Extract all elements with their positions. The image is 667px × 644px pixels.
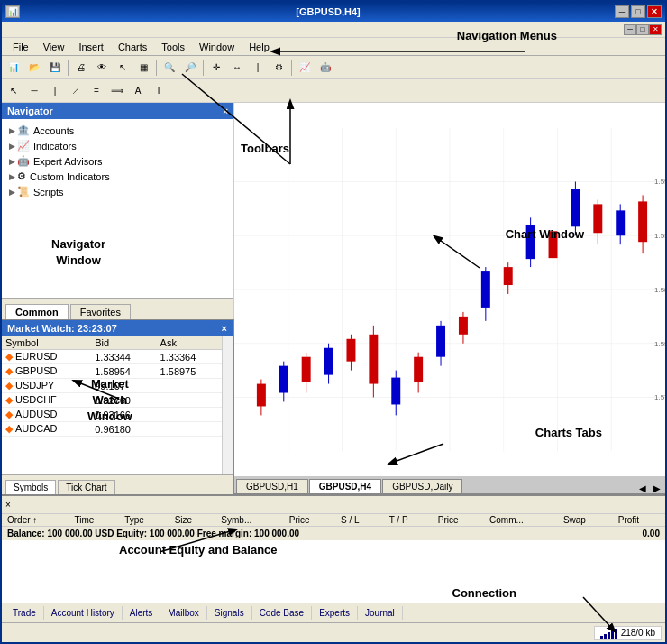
inner-close[interactable]: ✕ bbox=[649, 24, 662, 35]
term-tab-trade[interactable]: Trade bbox=[5, 606, 44, 620]
menu-charts[interactable]: Charts bbox=[111, 40, 154, 54]
balance-profit: 0.00 bbox=[613, 527, 665, 541]
mw-scrollbar[interactable] bbox=[222, 336, 233, 474]
toolbar-row-2: ↖ ─ | ⟋ = ⟹ A T bbox=[2, 79, 665, 103]
balance-text: Balance: 100 000.00 USD Equity: 100 000.… bbox=[2, 527, 558, 541]
hline-btn[interactable]: ─ bbox=[24, 81, 44, 101]
scroll-btn[interactable]: ↔ bbox=[227, 58, 247, 78]
cursor-btn[interactable]: ↖ bbox=[4, 81, 23, 101]
close-button[interactable]: ✕ bbox=[647, 5, 662, 18]
left-panel: Navigator × ▶ 🏦 Accounts ▶ 📈 Indicators bbox=[2, 103, 234, 494]
expand-indicators-icon: ▶ bbox=[9, 142, 15, 151]
menu-insert[interactable]: Insert bbox=[71, 40, 111, 54]
crosshair-btn[interactable]: ✛ bbox=[206, 58, 226, 78]
mw-ask: 1.58975 bbox=[157, 364, 222, 379]
sep4 bbox=[291, 60, 292, 76]
zoom-in-btn[interactable]: 🔍 bbox=[160, 58, 179, 78]
mw-symbol: ◆USDJPY bbox=[2, 379, 91, 393]
term-tab-experts[interactable]: Experts bbox=[312, 606, 358, 620]
chart-tab-gbpusd-daily[interactable]: GBPUSD,Daily bbox=[382, 479, 462, 493]
market-watch-title: Market Watch: 23:23:07 × bbox=[2, 320, 233, 336]
term-tab-codebase[interactable]: Code Base bbox=[252, 606, 312, 620]
print-btn[interactable]: 🖨 bbox=[71, 58, 91, 78]
svg-rect-47 bbox=[638, 201, 647, 242]
term-tab-alerts[interactable]: Alerts bbox=[123, 606, 161, 620]
save-btn[interactable]: 💾 bbox=[45, 58, 65, 78]
menu-view[interactable]: View bbox=[36, 40, 72, 54]
mw-tab-symbols[interactable]: Symbols bbox=[5, 480, 56, 494]
workspace: Navigator × ▶ 🏦 Accounts ▶ 📈 Indicators bbox=[2, 103, 665, 622]
sep2 bbox=[156, 60, 157, 76]
minimize-button[interactable]: ─ bbox=[615, 5, 629, 18]
nav-item-indicators[interactable]: ▶ 📈 Indicators bbox=[2, 138, 233, 153]
chart-scroll-left[interactable]: ◀ bbox=[636, 483, 649, 493]
new-chart-btn[interactable]: 📊 bbox=[4, 58, 23, 78]
annotation-nav-menus: Navigation Menus bbox=[457, 29, 557, 42]
inner-maximize[interactable]: □ bbox=[636, 24, 649, 35]
terminal-close-btn[interactable]: × bbox=[5, 500, 11, 510]
accounts-icon: 🏦 bbox=[17, 124, 30, 136]
term-tab-mailbox[interactable]: Mailbox bbox=[160, 606, 206, 620]
zoom-out-btn[interactable]: 🔎 bbox=[180, 58, 200, 78]
col-size: Size bbox=[169, 514, 216, 527]
text-btn[interactable]: A bbox=[128, 81, 148, 101]
label-btn[interactable]: T bbox=[149, 81, 169, 101]
navigator-close[interactable]: × bbox=[223, 106, 228, 116]
navigator-panel: Navigator × ▶ 🏦 Accounts ▶ 📈 Indicators bbox=[2, 103, 234, 319]
term-tab-journal[interactable]: Journal bbox=[358, 606, 403, 620]
nav-item-experts[interactable]: ▶ 🤖 Expert Advisors bbox=[2, 153, 233, 169]
chart-scroll-right[interactable]: ▶ bbox=[651, 483, 663, 493]
term-tab-history[interactable]: Account History bbox=[44, 606, 123, 620]
custom-icon: ⚙ bbox=[17, 170, 26, 182]
mw-col-symbol: Symbol bbox=[2, 336, 91, 350]
fib-btn[interactable]: ⟹ bbox=[107, 81, 127, 101]
tline-btn[interactable]: ⟋ bbox=[66, 81, 86, 101]
term-tab-signals[interactable]: Signals bbox=[207, 606, 252, 620]
nav-item-custom[interactable]: ▶ ⚙ Custom Indicators bbox=[2, 169, 233, 184]
menu-help[interactable]: Help bbox=[242, 40, 277, 54]
mw-tab-tick[interactable]: Tick Chart bbox=[58, 480, 114, 494]
open-btn[interactable]: 📂 bbox=[24, 58, 44, 78]
chart-tab-gbpusd-h4[interactable]: GBPUSD,H4 bbox=[309, 479, 381, 493]
chart-tab-gbpusd-h1[interactable]: GBPUSD,H1 bbox=[236, 479, 308, 493]
chart-type-btn[interactable]: ▦ bbox=[133, 58, 153, 78]
vline-btn[interactable]: | bbox=[45, 81, 65, 101]
svg-rect-43 bbox=[593, 204, 602, 233]
print-preview-btn[interactable]: 👁 bbox=[92, 58, 112, 78]
mw-close[interactable]: × bbox=[222, 323, 227, 334]
svg-text:1.5850: 1.5850 bbox=[654, 286, 665, 294]
terminal-table: Order ↑ Time Type Size Symb... Price S /… bbox=[2, 514, 665, 603]
indicators-btn[interactable]: 📈 bbox=[295, 58, 315, 78]
svg-rect-27 bbox=[414, 357, 423, 382]
mw-symbol: ◆GBPUSD bbox=[2, 364, 91, 379]
mw-ask bbox=[157, 408, 222, 422]
arrow-btn[interactable]: ↖ bbox=[113, 58, 132, 78]
main-window: 📊 [GBPUSD,H4] ─ □ ✕ ─ □ ✕ File View Inse… bbox=[0, 0, 667, 644]
period-sep-btn[interactable]: | bbox=[248, 58, 268, 78]
title-text: [GBPUSD,H4] bbox=[41, 6, 615, 17]
experts-btn[interactable]: 🤖 bbox=[315, 58, 335, 78]
maximize-button[interactable]: □ bbox=[631, 5, 645, 18]
inner-minimize[interactable]: ─ bbox=[624, 24, 636, 35]
nav-item-scripts[interactable]: ▶ 📜 Scripts bbox=[2, 184, 233, 199]
connection-text: 218/0 kb bbox=[621, 628, 655, 638]
annotation-charts-tabs: Charts Tabs bbox=[535, 426, 602, 439]
menu-file[interactable]: File bbox=[5, 40, 36, 54]
templates-btn[interactable]: ⚙ bbox=[269, 58, 288, 78]
svg-text:1.5800: 1.5800 bbox=[654, 340, 665, 348]
channel-btn[interactable]: = bbox=[87, 81, 106, 101]
nav-tab-common[interactable]: Common bbox=[5, 304, 69, 319]
nav-item-accounts[interactable]: ▶ 🏦 Accounts bbox=[2, 123, 233, 138]
nav-tab-favorites[interactable]: Favorites bbox=[70, 304, 131, 319]
menu-window[interactable]: Window bbox=[192, 40, 242, 54]
menu-tools[interactable]: Tools bbox=[154, 40, 192, 54]
indicators-icon: 📈 bbox=[17, 140, 30, 152]
mw-bid: 1.33344 bbox=[91, 350, 156, 364]
svg-rect-21 bbox=[346, 339, 355, 362]
nav-tree: ▶ 🏦 Accounts ▶ 📈 Indicators ▶ 🤖 E bbox=[2, 119, 233, 298]
balance-row: Balance: 100 000.00 USD Equity: 100 000.… bbox=[2, 527, 665, 541]
signal-bars bbox=[600, 628, 617, 639]
annotation-connection: Connection bbox=[452, 586, 517, 600]
mw-ask bbox=[157, 422, 222, 437]
mw-row[interactable]: ◆EURUSD 1.33344 1.33364 bbox=[2, 350, 222, 364]
